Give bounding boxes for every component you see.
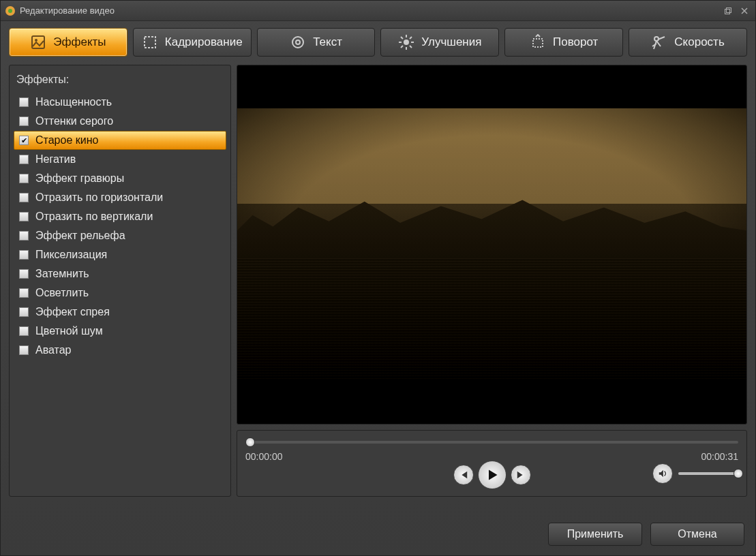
player-bar: 00:00:00 00:00:31 [237,430,747,497]
crop-icon [142,34,158,50]
effect-item[interactable]: Эффект рельефа [14,226,226,245]
tab-speed[interactable]: Скорость [629,28,747,57]
effect-item[interactable]: Цветной шум [14,322,226,341]
tab-text[interactable]: Текст [257,28,376,57]
effect-checkbox[interactable] [19,288,29,298]
effect-item[interactable]: Оттенки серого [14,112,226,131]
effects-panel: Эффекты: НасыщенностьОттенки серогоСтаро… [9,65,231,497]
volume-button[interactable] [652,463,673,484]
effect-label: Осветлить [35,287,89,299]
effect-checkbox[interactable] [19,212,29,221]
effect-checkbox[interactable] [19,250,29,260]
video-edit-window: Редактирование видео Эффекты Кадрировани… [0,0,756,556]
svg-rect-3 [727,7,731,12]
effect-label: Цветной шум [35,325,103,337]
time-total: 00:00:31 [701,451,739,462]
play-button[interactable] [478,461,506,489]
svg-rect-2 [725,9,730,14]
seek-slider[interactable] [245,436,738,448]
tab-effects[interactable]: Эффекты [9,28,127,57]
window-close-button[interactable] [738,4,751,18]
volume-control [652,463,738,484]
apply-button[interactable]: Применить [548,523,642,546]
svg-point-1 [8,9,12,13]
svg-line-14 [401,37,403,39]
effect-label: Старое кино [35,134,98,146]
effect-checkbox[interactable] [19,117,29,126]
svg-line-16 [401,46,403,48]
enhance-icon [398,34,414,50]
effect-item[interactable]: Отразить по горизонтали [14,188,226,207]
effect-checkbox[interactable] [19,269,29,279]
svg-point-8 [296,40,300,44]
footer-buttons: Применить Отмена [548,523,744,546]
svg-point-7 [292,37,303,48]
tabs-row: Эффекты Кадрирование Текст Улучшения Пов… [1,21,755,61]
effect-label: Эффект гравюры [35,172,124,185]
effect-label: Затемнить [35,268,89,280]
effect-item[interactable]: Осветлить [14,283,226,303]
tab-label: Скорость [674,35,724,49]
tab-rotate[interactable]: Поворот [504,28,623,57]
effect-checkbox[interactable] [19,231,29,241]
effect-checkbox[interactable] [19,345,29,355]
effect-label: Оттенки серого [35,115,113,127]
panel-title: Эффекты: [14,71,226,93]
effect-label: Пикселизация [35,249,107,261]
effect-checkbox[interactable] [19,307,29,317]
window-title: Редактирование видео [20,5,115,16]
svg-rect-6 [145,37,155,48]
effect-label: Эффект спрея [35,306,110,318]
app-icon [5,5,16,16]
effect-label: Негатив [35,153,76,166]
tab-enhance[interactable]: Улучшения [380,28,499,57]
svg-point-9 [404,40,409,45]
effect-checkbox[interactable] [19,155,29,164]
effect-checkbox[interactable] [19,193,29,202]
effect-label: Отразить по вертикали [35,211,153,223]
effect-item[interactable]: Аватар [14,341,226,360]
text-icon [290,34,306,50]
speed-icon [651,34,667,50]
svg-line-15 [410,46,412,48]
effect-label: Отразить по горизонтали [35,191,163,204]
svg-rect-18 [533,39,543,47]
rotate-icon [530,34,546,50]
svg-line-17 [410,37,412,39]
titlebar: Редактирование видео [1,1,755,21]
effect-checkbox[interactable] [19,97,29,107]
effect-item[interactable]: Негатив [14,150,226,169]
effect-checkbox[interactable] [19,174,29,183]
cancel-button[interactable]: Отмена [650,523,744,546]
effect-item[interactable]: Эффект гравюры [14,169,226,188]
effect-item[interactable]: Затемнить [14,264,226,283]
time-current: 00:00:00 [245,451,283,462]
preview-column: 00:00:00 00:00:31 [237,65,747,497]
transport-controls [453,461,531,489]
effect-item[interactable]: Старое кино [14,131,226,150]
content-area: Эффекты: НасыщенностьОттенки серогоСтаро… [1,61,755,504]
svg-point-5 [35,39,37,42]
effect-item[interactable]: Пикселизация [14,245,226,264]
preview-frame [237,108,746,381]
effect-checkbox[interactable] [19,326,29,336]
effects-list: НасыщенностьОттенки серогоСтарое киноНег… [14,93,226,360]
volume-slider[interactable] [678,472,738,475]
video-preview [237,65,747,424]
tab-label: Кадрирование [165,35,243,49]
effect-label: Насыщенность [35,96,112,108]
next-button[interactable] [511,465,531,485]
effect-item[interactable]: Насыщенность [14,93,226,112]
effect-label: Аватар [35,344,71,356]
tab-label: Эффекты [53,35,106,49]
effect-label: Эффект рельефа [35,230,125,242]
effect-item[interactable]: Отразить по вертикали [14,207,226,226]
prev-button[interactable] [453,465,474,485]
tab-crop[interactable]: Кадрирование [133,28,252,57]
effect-item[interactable]: Эффект спрея [14,303,226,322]
effect-checkbox[interactable] [19,136,29,145]
effects-icon [30,34,46,50]
tab-label: Поворот [553,35,598,49]
window-restore-button[interactable] [721,4,735,18]
tab-label: Улучшения [421,35,481,49]
